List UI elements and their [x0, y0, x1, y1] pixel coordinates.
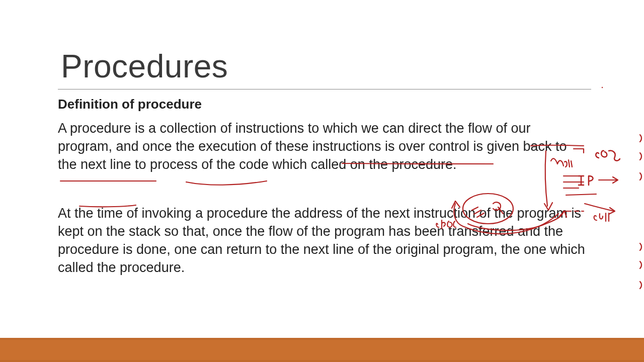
content-area: Procedures Definition of procedure A pro… [58, 48, 591, 307]
slide-title: Procedures [61, 48, 591, 85]
title-rule [58, 89, 591, 89]
bottom-accent-bar [0, 338, 644, 362]
slide: Procedures Definition of procedure A pro… [0, 0, 644, 362]
subheading: Definition of procedure [58, 97, 591, 112]
paragraph-1: A procedure is a collection of instructi… [58, 119, 586, 174]
svg-point-0 [602, 87, 603, 88]
bottom-accent-inner [0, 340, 644, 360]
paragraph-2: At the time of invoking a procedure the … [58, 204, 586, 277]
